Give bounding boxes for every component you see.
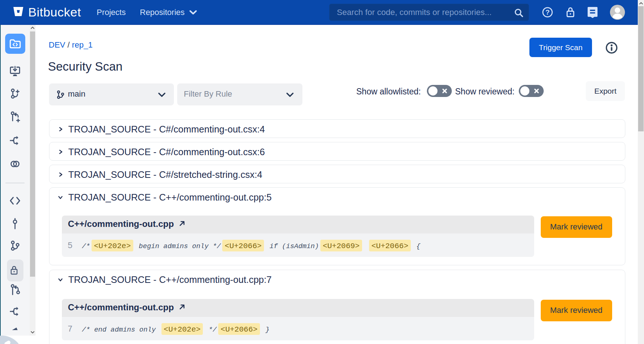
svg-text:?: ? (546, 8, 550, 16)
